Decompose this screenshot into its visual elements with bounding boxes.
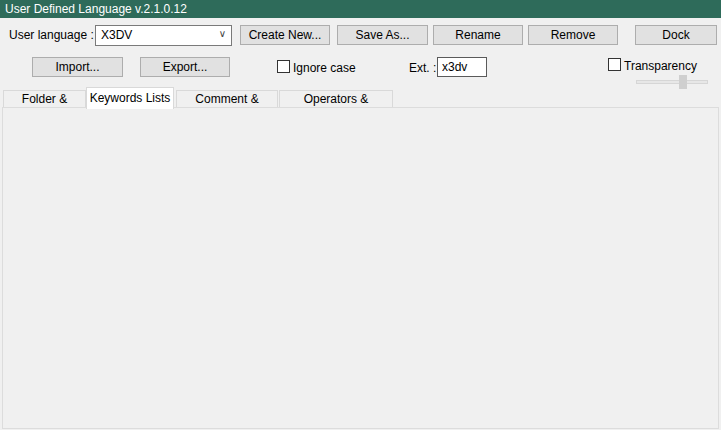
transparency-checkbox[interactable] (608, 58, 621, 71)
user-language-label: User language : (9, 28, 94, 42)
remove-button[interactable]: Remove (528, 25, 618, 45)
save-as-button[interactable]: Save As... (337, 25, 428, 45)
transparency-label: Transparency (624, 59, 697, 73)
language-select[interactable]: X3DV ∨ (95, 25, 232, 46)
transparency-slider[interactable] (636, 80, 708, 84)
window-title: User Defined Language v.2.1.0.12 (5, 2, 187, 16)
create-new-button[interactable]: Create New... (240, 25, 330, 45)
chevron-down-icon: ∨ (219, 28, 226, 39)
tab-folder-default[interactable]: Folder & Default (3, 90, 86, 108)
tab-operators-delimiters[interactable]: Operators & Delimiters (279, 90, 393, 108)
dock-button[interactable]: Dock (635, 25, 717, 45)
language-select-value: X3DV (101, 28, 132, 42)
tab-comment-number[interactable]: Comment & Number (176, 90, 278, 108)
udl-dialog: User Defined Language v.2.1.0.12 User la… (0, 0, 721, 430)
export-button[interactable]: Export... (140, 57, 230, 77)
ignore-case-checkbox[interactable] (277, 60, 290, 73)
titlebar: User Defined Language v.2.1.0.12 (0, 0, 721, 18)
transparency-slider-thumb[interactable] (679, 75, 687, 89)
import-button[interactable]: Import... (32, 57, 123, 77)
tab-panel (2, 107, 719, 429)
rename-button[interactable]: Rename (433, 25, 523, 45)
ext-input[interactable] (437, 57, 487, 77)
ignore-case-label: Ignore case (293, 61, 356, 75)
tab-keywords-lists[interactable]: Keywords Lists (86, 87, 174, 109)
ext-label: Ext. : (409, 61, 436, 75)
